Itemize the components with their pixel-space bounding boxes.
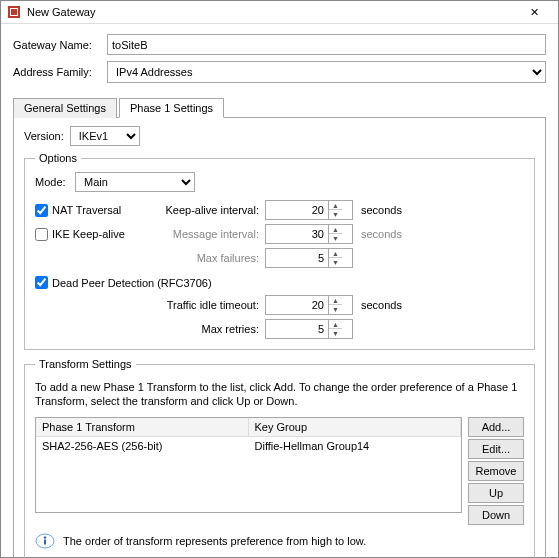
- transform-buttons: Add... Edit... Remove Up Down: [468, 417, 524, 525]
- transform-row-keygroup: Diffie-Hellman Group14: [249, 437, 462, 455]
- keepalive-interval-label: Keep-alive interval:: [155, 204, 265, 216]
- mode-select[interactable]: Main: [75, 172, 195, 192]
- ike-keepalive-checkbox[interactable]: IKE Keep-alive: [35, 228, 155, 241]
- dialog-window: New Gateway ✕ Gateway Name: Address Fami…: [0, 0, 559, 558]
- nat-traversal-checkbox[interactable]: NAT Traversal: [35, 204, 155, 217]
- idle-timeout-spinner[interactable]: ▲▼: [265, 295, 353, 315]
- mode-label: Mode:: [35, 176, 75, 188]
- max-failures-label: Max failures:: [155, 252, 265, 264]
- col-phase1-transform: Phase 1 Transform: [36, 418, 249, 436]
- options-legend: Options: [35, 152, 81, 164]
- message-interval-spinner[interactable]: ▲▼: [265, 224, 353, 244]
- transform-instructions: To add a new Phase 1 Transform to the li…: [35, 380, 524, 409]
- max-retries-spinner[interactable]: ▲▼: [265, 319, 353, 339]
- version-select[interactable]: IKEv1: [70, 126, 140, 146]
- transform-note: The order of transform represents prefer…: [63, 535, 366, 547]
- max-failures-spinner[interactable]: ▲▼: [265, 248, 353, 268]
- info-icon: [35, 533, 55, 549]
- max-retries-input[interactable]: [266, 320, 328, 338]
- svg-rect-5: [44, 539, 46, 544]
- close-button[interactable]: ✕: [516, 1, 552, 23]
- max-retries-label: Max retries:: [35, 323, 265, 335]
- gateway-name-label: Gateway Name:: [13, 39, 107, 51]
- remove-button[interactable]: Remove: [468, 461, 524, 481]
- idle-timeout-input[interactable]: [266, 296, 328, 314]
- spin-down-icon[interactable]: ▼: [329, 258, 342, 267]
- svg-point-4: [44, 536, 46, 538]
- transform-list-header: Phase 1 Transform Key Group: [36, 418, 461, 437]
- dpd-checkbox[interactable]: Dead Peer Detection (RFC3706): [35, 276, 524, 289]
- message-interval-unit: seconds: [355, 228, 405, 240]
- options-group: Options Mode: Main NAT Traversal Keep-al…: [24, 152, 535, 350]
- col-key-group: Key Group: [249, 418, 462, 436]
- tab-panel-phase1: Version: IKEv1 Options Mode: Main: [13, 117, 546, 558]
- transform-list[interactable]: Phase 1 Transform Key Group SHA2-256-AES…: [35, 417, 462, 513]
- transform-group: Transform Settings To add a new Phase 1 …: [24, 358, 535, 558]
- down-button[interactable]: Down: [468, 505, 524, 525]
- ike-keepalive-input[interactable]: [35, 228, 48, 241]
- spin-up-icon[interactable]: ▲: [329, 225, 342, 234]
- transform-row[interactable]: SHA2-256-AES (256-bit) Diffie-Hellman Gr…: [36, 437, 461, 455]
- tab-container: General Settings Phase 1 Settings Versio…: [13, 97, 546, 558]
- svg-rect-2: [11, 9, 17, 15]
- nat-traversal-label: NAT Traversal: [52, 204, 121, 216]
- dpd-label: Dead Peer Detection (RFC3706): [52, 277, 212, 289]
- spin-down-icon[interactable]: ▼: [329, 329, 342, 338]
- nat-traversal-input[interactable]: [35, 204, 48, 217]
- idle-timeout-unit: seconds: [355, 299, 405, 311]
- address-family-label: Address Family:: [13, 66, 107, 78]
- spin-down-icon[interactable]: ▼: [329, 305, 342, 314]
- idle-timeout-label: Traffic idle timeout:: [35, 299, 265, 311]
- gateway-name-input[interactable]: [107, 34, 546, 55]
- spin-up-icon[interactable]: ▲: [329, 249, 342, 258]
- version-label: Version:: [24, 130, 64, 142]
- message-interval-input[interactable]: [266, 225, 328, 243]
- window-title: New Gateway: [27, 6, 516, 18]
- spin-down-icon[interactable]: ▼: [329, 234, 342, 243]
- dpd-input[interactable]: [35, 276, 48, 289]
- keepalive-interval-unit: seconds: [355, 204, 405, 216]
- spin-up-icon[interactable]: ▲: [329, 320, 342, 329]
- keepalive-interval-input[interactable]: [266, 201, 328, 219]
- add-button[interactable]: Add...: [468, 417, 524, 437]
- spin-up-icon[interactable]: ▲: [329, 296, 342, 305]
- edit-button[interactable]: Edit...: [468, 439, 524, 459]
- ike-keepalive-label: IKE Keep-alive: [52, 228, 125, 240]
- spin-up-icon[interactable]: ▲: [329, 201, 342, 210]
- transform-legend: Transform Settings: [35, 358, 136, 370]
- app-icon: [7, 5, 21, 19]
- dialog-body: Gateway Name: Address Family: IPv4 Addre…: [1, 24, 558, 558]
- tab-phase1-settings[interactable]: Phase 1 Settings: [119, 98, 224, 118]
- title-bar: New Gateway ✕: [1, 1, 558, 24]
- message-interval-label: Message interval:: [155, 228, 265, 240]
- max-failures-input[interactable]: [266, 249, 328, 267]
- up-button[interactable]: Up: [468, 483, 524, 503]
- address-family-select[interactable]: IPv4 Addresses: [107, 61, 546, 83]
- tab-strip: General Settings Phase 1 Settings: [13, 98, 546, 118]
- spin-down-icon[interactable]: ▼: [329, 210, 342, 219]
- tab-general-settings[interactable]: General Settings: [13, 98, 117, 118]
- keepalive-interval-spinner[interactable]: ▲▼: [265, 200, 353, 220]
- transform-row-name: SHA2-256-AES (256-bit): [36, 437, 249, 455]
